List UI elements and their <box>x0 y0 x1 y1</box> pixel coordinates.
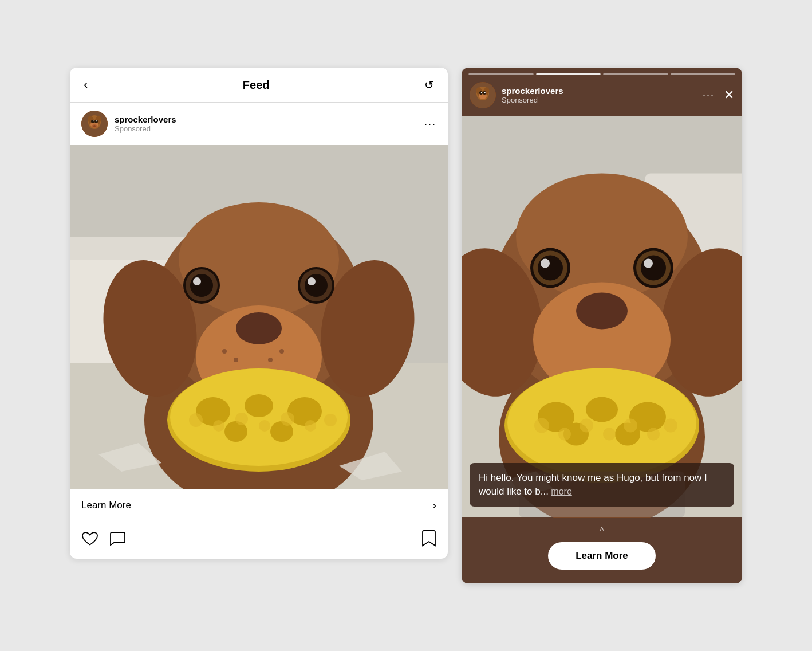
svg-point-58 <box>481 92 482 93</box>
svg-point-8 <box>96 120 97 121</box>
svg-point-45 <box>259 420 270 432</box>
avatar <box>81 111 108 137</box>
svg-point-43 <box>213 420 224 432</box>
story-caption-text: Hi hello. You might know me as Hugo, but… <box>479 472 707 497</box>
svg-point-30 <box>308 277 316 285</box>
story-close-button[interactable]: ✕ <box>724 88 734 103</box>
comment-button[interactable] <box>109 530 126 550</box>
svg-point-6 <box>94 120 98 123</box>
story-image: Hi hello. You might know me as Hugo, but… <box>462 115 742 518</box>
svg-point-73 <box>538 256 563 281</box>
svg-point-77 <box>641 256 666 281</box>
main-container: ‹ Feed ↺ <box>47 45 765 606</box>
post-user-text: sprockerlovers Sponsored <box>115 115 176 133</box>
story-learn-more-button[interactable]: Learn More <box>548 542 656 570</box>
svg-point-48 <box>324 414 337 426</box>
svg-point-25 <box>190 274 213 297</box>
post-image <box>70 145 448 489</box>
post-actions-left <box>81 530 126 550</box>
svg-point-33 <box>279 349 284 354</box>
story-more-link[interactable]: more <box>551 487 571 496</box>
post-cta[interactable]: Learn More › <box>70 489 448 521</box>
bookmark-button[interactable] <box>421 530 436 551</box>
story-controls: ··· ✕ <box>703 88 734 103</box>
post-cta-arrow: › <box>432 499 436 512</box>
progress-segment-1 <box>468 73 534 75</box>
back-button[interactable]: ‹ <box>84 79 88 91</box>
story-bottom: ^ Learn More <box>462 518 742 583</box>
svg-point-22 <box>236 312 282 344</box>
svg-point-92 <box>664 419 677 433</box>
svg-point-44 <box>235 413 248 425</box>
story-avatar <box>470 82 496 108</box>
post-cta-label: Learn More <box>81 500 131 511</box>
svg-point-34 <box>268 358 273 362</box>
svg-point-57 <box>483 91 486 95</box>
progress-segment-4 <box>671 73 736 75</box>
svg-point-90 <box>624 419 637 433</box>
story-panel: sprockerlovers Sponsored ··· ✕ <box>462 68 742 583</box>
svg-point-42 <box>189 413 203 427</box>
svg-point-91 <box>647 428 660 441</box>
svg-point-46 <box>281 412 294 426</box>
svg-point-74 <box>541 259 550 268</box>
story-more-button[interactable]: ··· <box>703 89 715 101</box>
story-user-text: sprockerlovers Sponsored <box>502 86 563 104</box>
story-progress-bar <box>462 68 742 79</box>
post-username: sprockerlovers <box>115 115 176 124</box>
post-header: sprockerlovers Sponsored ··· <box>70 103 448 145</box>
svg-point-10 <box>93 125 96 127</box>
svg-point-82 <box>586 397 618 422</box>
post-sponsored: Sponsored <box>115 124 176 133</box>
dog-photo-feed <box>70 145 448 489</box>
svg-point-87 <box>558 428 571 441</box>
svg-point-59 <box>484 92 486 93</box>
like-button[interactable] <box>81 530 98 550</box>
story-caption: Hi hello. You might know me as Hugo, but… <box>470 463 734 507</box>
svg-point-78 <box>644 259 653 268</box>
svg-point-89 <box>603 428 616 441</box>
story-header: sprockerlovers Sponsored ··· ✕ <box>462 79 742 115</box>
refresh-button[interactable]: ↺ <box>424 78 434 92</box>
svg-point-88 <box>580 419 593 433</box>
post-user-info: sprockerlovers Sponsored <box>81 111 176 137</box>
svg-point-26 <box>193 277 201 285</box>
story-username: sprockerlovers <box>502 86 563 96</box>
avatar-image <box>81 111 108 137</box>
story-user-info: sprockerlovers Sponsored <box>470 82 563 108</box>
svg-point-86 <box>534 418 549 433</box>
svg-point-32 <box>234 358 238 362</box>
svg-point-70 <box>576 293 628 330</box>
story-avatar-image <box>470 82 496 108</box>
dog-photo-story <box>462 115 742 518</box>
feed-title: Feed <box>243 79 270 92</box>
progress-segment-3 <box>603 73 668 75</box>
feed-header: ‹ Feed ↺ <box>70 68 448 103</box>
swipe-up-indicator: ^ <box>600 526 604 536</box>
feed-panel: ‹ Feed ↺ <box>70 68 448 559</box>
story-sponsored: Sponsored <box>502 96 563 104</box>
svg-point-56 <box>479 91 483 95</box>
progress-segment-2 <box>536 73 601 75</box>
svg-point-38 <box>245 394 273 417</box>
svg-point-7 <box>93 120 94 121</box>
post-actions <box>70 521 448 559</box>
post-more-button[interactable]: ··· <box>424 118 436 130</box>
svg-point-5 <box>91 120 94 123</box>
svg-point-29 <box>305 274 328 297</box>
svg-point-47 <box>305 420 316 432</box>
svg-point-31 <box>222 349 227 354</box>
